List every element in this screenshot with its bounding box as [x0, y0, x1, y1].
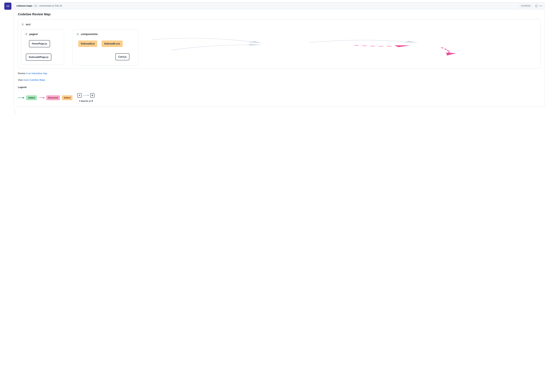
node-subreadit-js[interactable]: Subreadit.js: [78, 41, 97, 47]
folder-src-label: src/: [26, 22, 31, 27]
comment-container: codesee-maps bot commented on Feb 15 Con…: [14, 2, 545, 106]
legend-box-a: A: [77, 93, 82, 98]
svg-point-0: [7, 6, 8, 7]
comment-actions-menu[interactable]: [539, 5, 542, 7]
diagram-container: src/: [18, 19, 541, 69]
smiley-icon: [535, 4, 538, 7]
folder-pages: pages/ HomePage.js SubreaditPage.js: [21, 29, 64, 65]
node-subreaditpage[interactable]: SubreaditPage.js: [26, 54, 51, 61]
legend-added-chip: Added: [26, 95, 37, 100]
folder-pages-label: pages/: [29, 32, 38, 36]
code-icon: [6, 4, 10, 8]
legend-arrow-added-icon: [18, 98, 24, 98]
view-link-line: View more CodeSee Maps: [18, 78, 541, 82]
node-card-js[interactable]: Card.js: [115, 53, 129, 60]
folder-components-label: components/: [81, 32, 98, 36]
comment-header: codesee-maps bot commented on Feb 15 Con…: [14, 2, 545, 9]
legend-arrow-removed-icon: [39, 98, 44, 98]
legend-edited-chip: Edited: [62, 95, 72, 100]
contributor-badge: Contributor: [519, 4, 533, 8]
review-link-line: Review in an interactive map: [18, 72, 541, 75]
legend-row: Added Removed Edited A B A depends on B: [18, 93, 541, 103]
add-reaction-button[interactable]: [535, 5, 538, 7]
legend-title: Legend: [18, 85, 541, 89]
review-map-title: CodeSee Review Map:: [18, 12, 541, 17]
collapse-components-button[interactable]: [76, 33, 79, 36]
node-homepage[interactable]: HomePage.js: [29, 40, 50, 47]
chevron-down-icon: [22, 24, 24, 25]
interactive-map-link[interactable]: in an interactive map: [26, 72, 47, 75]
collapse-src-button[interactable]: [21, 23, 24, 26]
legend-depends-group: A B A depends on B: [77, 93, 94, 103]
legend-box-b: B: [90, 93, 94, 98]
chevron-down-icon: [25, 33, 27, 35]
more-maps-link[interactable]: more CodeSee Maps: [23, 79, 45, 81]
legend-depends-label: A depends on B: [79, 100, 93, 103]
legend-depends-arrow-icon: [83, 95, 89, 95]
legend-removed-chip: Removed: [46, 95, 60, 100]
folder-components: components/ Subreadit.js Subreadit.css C…: [73, 29, 138, 65]
collapse-pages-button[interactable]: [25, 33, 28, 36]
author-link[interactable]: codesee-maps: [16, 4, 32, 7]
avatar[interactable]: [4, 3, 11, 10]
bot-badge: bot: [33, 4, 38, 7]
kebab-icon: [539, 6, 542, 6]
timeline-connector: [14, 109, 15, 114]
folder-components-header: components/: [76, 32, 135, 36]
chevron-down-icon: [77, 33, 79, 35]
comment-timestamp[interactable]: commented on Feb 15: [39, 4, 62, 7]
node-subreadit-css[interactable]: Subreadit.css: [101, 41, 123, 47]
folder-src-header: src/: [21, 22, 537, 27]
folder-pages-header: pages/: [25, 32, 60, 36]
